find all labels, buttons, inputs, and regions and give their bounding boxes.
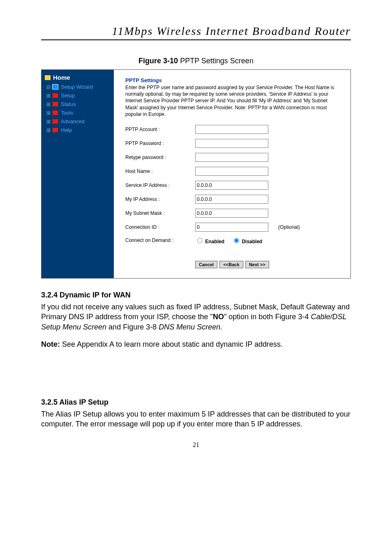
figure-caption: Figure 3-10 PPTP Settings Screen (41, 57, 351, 65)
section-324-heading: 3.2.4 Dynamic IP for WAN (41, 291, 351, 299)
sidebar-home[interactable]: Home (45, 74, 111, 81)
pptp-password-input[interactable] (195, 139, 268, 148)
pptp-account-input[interactable] (195, 125, 268, 134)
retype-password-label: Retype password : (125, 154, 195, 160)
figure-label-bold: Figure 3-10 (138, 57, 178, 65)
sidebar-item-label: Advanced (61, 118, 85, 124)
sidebar-item-help[interactable]: ⊞ Help (46, 126, 111, 134)
p1-b: " option in both Figure 3-4 (224, 313, 311, 321)
pptp-screenshot: Home ⊟ Setup Wizard ⊞ Setup ⊞ Status (41, 69, 351, 279)
page-number: 21 (41, 441, 351, 449)
tree-glyph-icon: ⊞ (46, 101, 52, 107)
retype-password-input[interactable] (195, 153, 268, 162)
sidebar-item-status[interactable]: ⊞ Status (46, 100, 111, 108)
my-ip-input[interactable] (195, 195, 268, 204)
connection-id-input[interactable] (195, 223, 268, 232)
pptp-settings-heading: PPTP Settings (125, 77, 341, 83)
my-subnet-input[interactable] (195, 209, 268, 218)
disabled-radio-label[interactable]: Disabled (232, 237, 262, 244)
sidebar-item-label: Tools (61, 110, 73, 116)
disabled-text: Disabled (242, 239, 262, 244)
main-panel: PPTP Settings Enter the PPTP user name a… (114, 70, 350, 278)
section-324-note: Note: See Appendix A to learn more about… (41, 340, 351, 349)
sidebar-item-setup[interactable]: ⊞ Setup (46, 91, 111, 100)
pptp-account-label: PPTP Account : (125, 127, 195, 132)
connection-id-optional: (Optional) (278, 224, 300, 230)
tree-glyph-icon: ⊞ (46, 119, 52, 124)
figure-label-rest: PPTP Settings Screen (178, 57, 254, 65)
tree-glyph-icon: ⊞ (46, 127, 52, 133)
sidebar-item-label: Help (61, 127, 72, 133)
page-header-title: 11Mbps Wireless Internet Broadband Route… (41, 25, 351, 40)
p1-c: and Figure 3-8 (106, 323, 159, 331)
pptp-password-label: PPTP Password : (125, 140, 195, 146)
connection-id-label: Connection ID : (125, 224, 195, 230)
nav-sidebar: Home ⊟ Setup Wizard ⊞ Setup ⊞ Status (42, 70, 114, 278)
section-325-heading: 3.2.5 Alias IP Setup (41, 398, 351, 407)
sidebar-item-label: Status (61, 101, 76, 107)
service-ip-input[interactable] (195, 181, 268, 190)
pptp-settings-description: Enter the PPTP user name and password as… (125, 84, 341, 117)
back-button[interactable]: <<Back (219, 261, 243, 268)
sidebar-item-setup-wizard[interactable]: ⊟ Setup Wizard (46, 83, 111, 91)
sidebar-home-label: Home (53, 74, 70, 81)
service-ip-label: Service IP Address : (125, 182, 195, 188)
p1-bold: NO (213, 313, 224, 321)
folder-icon (52, 110, 58, 115)
p1-italic2: DNS Menu Screen. (159, 323, 222, 331)
home-folder-icon (45, 75, 51, 80)
enabled-radio-label[interactable]: Enabled (195, 237, 224, 244)
wizard-icon (52, 84, 58, 90)
folder-icon (52, 93, 58, 98)
enabled-radio[interactable] (197, 238, 203, 243)
my-subnet-label: My Subnet Mask : (125, 210, 195, 216)
folder-icon (52, 127, 58, 133)
host-name-input[interactable] (195, 167, 268, 176)
sidebar-item-advanced[interactable]: ⊞ Advanced (46, 117, 111, 126)
next-button[interactable]: Next >> (245, 261, 269, 268)
cancel-button[interactable]: Cancel (195, 261, 217, 268)
section-324-paragraph: If you did not receive any values such a… (41, 302, 351, 332)
section-325-paragraph: The Alias IP Setup allows you to enter m… (41, 409, 351, 429)
disabled-radio[interactable] (234, 238, 239, 243)
host-name-label: Host Name : (125, 168, 195, 174)
tree-glyph-icon: ⊞ (46, 93, 52, 99)
enabled-text: Enabled (205, 239, 224, 244)
sidebar-item-label: Setup (61, 92, 75, 99)
note-bold: Note: (41, 340, 60, 348)
tree-glyph-icon: ⊟ (46, 84, 52, 90)
note-rest: See Appendix A to learn more about stati… (60, 340, 283, 348)
folder-icon (52, 119, 58, 124)
my-ip-label: My IP Address : (125, 196, 195, 202)
sidebar-item-label: Setup Wizard (61, 84, 93, 90)
sidebar-item-tools[interactable]: ⊞ Tools (46, 108, 111, 117)
tree-glyph-icon: ⊞ (46, 110, 52, 116)
folder-icon (52, 101, 58, 107)
connect-demand-label: Connect on Demand : (125, 237, 195, 243)
